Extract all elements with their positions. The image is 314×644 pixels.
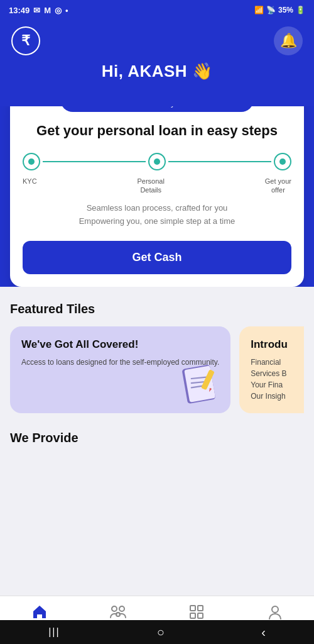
- svg-rect-12: [190, 613, 195, 618]
- tile-covered[interactable]: We've Got All Covered! Access to loans d…: [10, 326, 230, 413]
- msg-icon: M: [44, 6, 51, 15]
- system-nav-bar: ||| ○ ‹: [0, 620, 314, 644]
- get-cash-button[interactable]: Get Cash: [23, 241, 291, 274]
- svg-point-14: [272, 606, 278, 613]
- step-line-1: [43, 161, 146, 162]
- svg-rect-13: [198, 613, 203, 618]
- home-button[interactable]: ○: [157, 625, 165, 640]
- tile-intro-desc: FinancialServices BYour FinaOur Insigh: [251, 357, 304, 402]
- insta-icon: ◎: [55, 6, 62, 15]
- back-button[interactable]: ‹: [261, 625, 266, 640]
- battery-icon: 🔋: [296, 6, 305, 14]
- step-label-personal: PersonalDetails: [138, 177, 165, 195]
- svg-rect-11: [198, 606, 203, 611]
- step-label-offer: Get youroffer: [265, 177, 291, 195]
- tile-intro[interactable]: Introdu FinancialServices BYour FinaOur …: [239, 326, 304, 413]
- main-content: Featured Tiles We've Got All Covered! Ac…: [0, 287, 314, 514]
- step-offer: [274, 153, 291, 170]
- step-kyc: [23, 153, 40, 170]
- tiles-row: We've Got All Covered! Access to loans d…: [10, 326, 304, 413]
- tile-intro-title: Introdu: [251, 338, 304, 352]
- step-circle-kyc: [23, 153, 40, 170]
- step-line-2: [168, 161, 271, 162]
- status-bar: 13:49 ✉ M ◎ • 📶 📡 35% 🔋: [0, 0, 314, 20]
- recent-apps-button[interactable]: |||: [48, 626, 60, 638]
- card-description: Seamless loan process, crafted for you E…: [25, 202, 289, 228]
- header: ₹ 🔔 Hi, AKASH 👋: [0, 20, 314, 106]
- svg-point-7: [112, 606, 117, 611]
- signal-icon: 📡: [266, 6, 276, 14]
- battery-level: 35%: [278, 6, 293, 14]
- step-label-kyc: KYC: [23, 177, 37, 195]
- header-top: ₹ 🔔: [11, 26, 303, 55]
- dot-icon: •: [65, 6, 68, 15]
- featured-tiles-title: Featured Tiles: [10, 302, 304, 316]
- notebook-icon: [179, 362, 224, 407]
- card-wrapper: Continue where your Left Get your person…: [0, 94, 314, 287]
- card-title: Get your personal loan in easy steps: [23, 122, 291, 140]
- bell-icon: 🔔: [280, 33, 297, 49]
- tile-covered-title: We've Got All Covered!: [21, 338, 219, 352]
- notification-bell-button[interactable]: 🔔: [274, 26, 303, 55]
- svg-point-9: [116, 613, 120, 616]
- greeting-text: Hi, AKASH 👋: [102, 62, 213, 81]
- wifi-icon: 📶: [254, 6, 264, 14]
- loan-card: Continue where your Left Get your person…: [10, 94, 304, 287]
- step-circle-offer: [274, 153, 291, 170]
- steps-row: [23, 153, 291, 170]
- we-provide-title: We Provide: [10, 431, 304, 445]
- rupee-icon: ₹: [21, 33, 30, 49]
- svg-rect-10: [190, 606, 195, 611]
- time: 13:49: [9, 6, 30, 15]
- status-right: 📶 📡 35% 🔋: [254, 6, 305, 14]
- step-personal: [148, 153, 166, 170]
- logo-button[interactable]: ₹: [11, 26, 40, 55]
- step-circle-personal: [148, 153, 166, 170]
- status-left: 13:49 ✉ M ◎ •: [9, 6, 68, 15]
- svg-point-8: [119, 606, 124, 611]
- gmail-icon: ✉: [33, 6, 40, 15]
